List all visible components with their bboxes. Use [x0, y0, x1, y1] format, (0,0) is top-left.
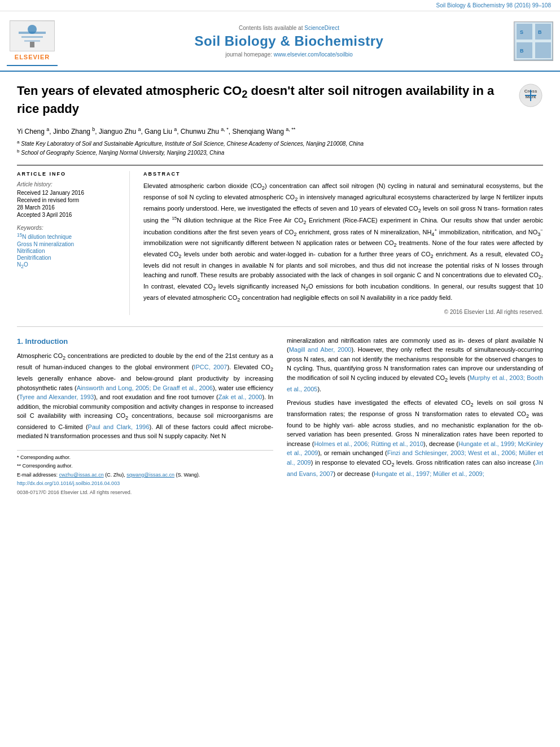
ref-ipcc[interactable]: IPCC, 2007 — [194, 364, 227, 370]
article-info-column: ARTICLE INFO Article history: Received 1… — [17, 171, 130, 314]
doi-link[interactable]: http://dx.doi.org/10.1016/j.soilbio.2016… — [17, 480, 120, 486]
copyright-line: © 2016 Elsevier Ltd. All rights reserved… — [143, 309, 543, 315]
intro-para-2: mineralization and nitrification rates a… — [287, 336, 543, 394]
journal-center: Contents lists available at ScienceDirec… — [64, 25, 514, 58]
article-title-section: Ten years of elevated atmospheric CO2 do… — [17, 83, 543, 117]
issn-line: 0038-0717/© 2016 Elsevier Ltd. All right… — [17, 489, 273, 497]
contents-available-line: Contents lists available at ScienceDirec… — [64, 25, 514, 31]
svg-rect-3 — [21, 36, 43, 38]
elsevier-logo-image — [10, 20, 55, 51]
journal-title: Soil Biology & Biochemistry — [64, 33, 514, 49]
keyword-5: N2O — [17, 261, 120, 269]
section-divider — [17, 326, 543, 327]
intro-para-3: Previous studies have investigated the e… — [287, 398, 543, 478]
article-history-label: Article history: — [17, 181, 120, 187]
keyword-4: Denitrification — [17, 255, 120, 261]
elsevier-logo-section: ELSEVIER — [7, 16, 58, 66]
keywords-section: Keywords: 15N dilution technique Gross N… — [17, 225, 120, 269]
body-text-section: 1. Introduction Atmospheric CO2 concentr… — [17, 336, 543, 498]
svg-text:S: S — [520, 29, 523, 35]
svg-rect-10 — [535, 42, 551, 58]
abstract-column: ABSTRACT Elevated atmospheric carbon dio… — [143, 171, 543, 314]
ref-magill[interactable]: Magill and Aber, 2000 — [289, 346, 352, 353]
ref-holmes[interactable]: Holmes et al., 2006; Rütting et al., 201… — [314, 440, 423, 447]
ref-murphy[interactable]: Murphy et al., 2003; Booth et al., 2005 — [287, 374, 543, 392]
footnote-2: ** Corresponding author. — [17, 462, 273, 470]
doi-line: http://dx.doi.org/10.1016/j.soilbio.2016… — [17, 480, 273, 488]
svg-text:B: B — [520, 48, 524, 54]
svg-rect-5 — [30, 42, 34, 47]
intro-heading: 1. Introduction — [17, 336, 273, 347]
ref-paul[interactable]: Paul and Clark, 1996 — [88, 423, 150, 430]
intro-para-1: Atmospheric CO2 concentrations are predi… — [17, 351, 273, 441]
ref-finzi[interactable]: Finzi and Schlesinger, 2003; West et al.… — [287, 449, 543, 466]
ref-ainsworth[interactable]: Ainsworth and Long, 2005; De Graaff et a… — [77, 385, 213, 391]
ref-tyree[interactable]: Tyree and Alexander, 1993 — [19, 394, 94, 400]
homepage-link[interactable]: www.elsevier.com/locate/soilbio — [274, 51, 353, 58]
ref-hungate97[interactable]: Hungate et al., 1997; Müller et al., 200… — [374, 470, 484, 477]
keyword-2: Gross N mineralization — [17, 241, 120, 247]
journal-homepage-line: journal homepage: www.elsevier.com/locat… — [64, 51, 514, 58]
article-title: Ten years of elevated atmospheric CO2 do… — [17, 83, 511, 117]
svg-rect-4 — [24, 40, 40, 42]
journal-reference: Soil Biology & Biochemistry 98 (2016) 99… — [436, 2, 551, 8]
email-line: E-mail addresses: cwzhu@issas.ac.cn (C. … — [17, 471, 273, 479]
footnote-1: * Corresponding author. — [17, 454, 273, 462]
journal-logo-right: S B B — [514, 21, 553, 61]
keyword-1: 15N dilution technique — [17, 232, 120, 240]
affiliation-b: b School of Geography Science, Nanjing N… — [17, 148, 543, 157]
sciencedirect-link[interactable]: ScienceDirect — [304, 25, 339, 31]
body-col-left: 1. Introduction Atmospheric CO2 concentr… — [17, 336, 273, 498]
footnotes-section: * Corresponding author. ** Corresponding… — [17, 450, 273, 497]
article-info-heading: ARTICLE INFO — [17, 171, 120, 177]
body-col-right: mineralization and nitrification rates a… — [287, 336, 543, 498]
article-info-abstract-section: ARTICLE INFO Article history: Received 1… — [17, 165, 543, 314]
ref-zak[interactable]: Zak et al., 2000 — [218, 394, 262, 400]
svg-rect-2 — [19, 32, 46, 34]
email-czhu[interactable]: cwzhu@issas.ac.cn — [59, 472, 104, 478]
top-bar: Soil Biology & Biochemistry 98 (2016) 99… — [0, 0, 560, 11]
main-content: Ten years of elevated atmospheric CO2 do… — [0, 72, 560, 509]
accepted-date: Accepted 3 April 2016 — [17, 212, 120, 218]
authors-line: Yi Cheng a, Jinbo Zhang b, Jianguo Zhu a… — [17, 126, 543, 136]
abstract-heading: ABSTRACT — [143, 171, 543, 177]
svg-rect-9 — [517, 42, 532, 58]
affiliations: a State Key Laboratory of Soil and Susta… — [17, 139, 543, 158]
keywords-label: Keywords: — [17, 225, 120, 231]
revised-date: 28 March 2016 — [17, 204, 120, 211]
revised-label: Received in revised form — [17, 197, 120, 203]
svg-rect-7 — [517, 24, 532, 40]
abstract-text: Elevated atmospheric carbon dioxide (CO2… — [143, 181, 543, 304]
journal-header: ELSEVIER Contents lists available at Sci… — [0, 11, 560, 72]
affiliation-a: a State Key Laboratory of Soil and Susta… — [17, 139, 543, 148]
crossmark-badge[interactable]: Cross Mark — [518, 83, 543, 108]
keyword-3: Nitrification — [17, 248, 120, 254]
email-sqwang[interactable]: sqwang@issas.ac.cn — [126, 472, 174, 478]
elsevier-wordmark: ELSEVIER — [15, 54, 50, 60]
received-date: Received 12 January 2016 — [17, 190, 120, 196]
svg-text:B: B — [538, 29, 542, 35]
